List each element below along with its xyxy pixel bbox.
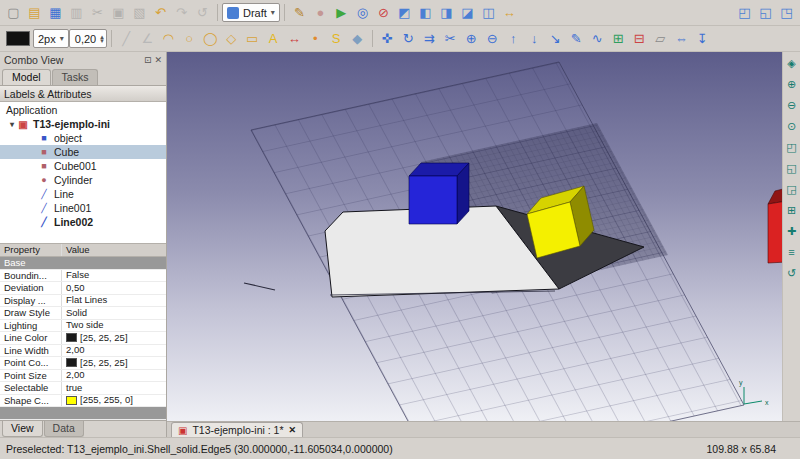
view-trimetric-icon[interactable]: ◳ [776,2,797,23]
draft-split-icon[interactable]: ⊖ [482,28,503,49]
view-right-icon[interactable]: ◪ [457,2,478,23]
draft-facebinder-icon[interactable]: ◆ [347,28,368,49]
view-axonometric-icon[interactable]: ◩ [394,2,415,23]
nav-cube-icon[interactable]: ◈ [784,55,800,71]
save-file-icon[interactable]: ▦ [45,2,66,23]
new-file-icon[interactable]: ▢ [3,2,24,23]
property-column-header[interactable]: Property [0,244,62,256]
draft-trimex-icon[interactable]: ✂ [440,28,461,49]
labels-attributes-header[interactable]: Labels & Attributes [0,86,166,102]
property-row[interactable]: Base [0,257,166,270]
draft-rectangle-icon[interactable]: ▭ [242,28,263,49]
draft-edit-icon[interactable]: ✎ [566,28,587,49]
fit-all-icon[interactable]: ◎ [352,2,373,23]
toggle-grid-icon[interactable]: ⊞ [784,202,800,218]
measure-distance-icon[interactable]: ↔ [499,2,520,23]
draft-join-icon[interactable]: ⊕ [461,28,482,49]
property-row[interactable]: Point Co...[25, 25, 25] [0,357,166,370]
line-width-combo[interactable]: 2px ▾ [33,29,69,48]
draft-rotate-icon[interactable]: ↻ [398,28,419,49]
scale-spinbox[interactable]: 0,20 ▴ ▾ [69,29,107,48]
property-row[interactable]: Shape C...[255, 255, 0] [0,395,166,408]
draft-stretch-icon[interactable]: ↧ [692,28,713,49]
float-panel-icon[interactable]: ⊡ [144,55,152,65]
property-row[interactable]: Display ...Flat Lines [0,295,166,308]
draft-mirror-icon[interactable]: ⇔ [671,28,692,49]
blue-cube[interactable] [409,163,469,224]
zoom-out-icon[interactable]: ⊖ [784,97,800,113]
draft-move-icon[interactable]: ✜ [377,28,398,49]
tree-item-cube001[interactable]: ■Cube001 [0,159,166,173]
value-column-header[interactable]: Value [62,244,166,256]
red-cube[interactable] [768,188,782,263]
property-row[interactable] [0,407,166,420]
fit-view-icon[interactable]: ⊙ [784,118,800,134]
close-panel-icon[interactable]: ✕ [154,55,162,65]
tab-data[interactable]: Data [44,421,84,437]
draft-line-icon[interactable]: ╱ [116,28,137,49]
draft-add-point-icon[interactable]: ⊞ [608,28,629,49]
3d-viewport[interactable]: y x [167,52,782,421]
draft-delete-point-icon[interactable]: ⊟ [629,28,650,49]
toggle-axis-icon[interactable]: ✚ [784,223,800,239]
draft-upgrade-icon[interactable]: ↑ [503,28,524,49]
property-row[interactable]: Line Color[25, 25, 25] [0,332,166,345]
copy-icon[interactable]: ▣ [108,2,129,23]
tree-item-line002[interactable]: ╱Line002 [0,215,166,229]
draft-polyline-icon[interactable]: ∠ [137,28,158,49]
tree-item-cube[interactable]: ■Cube [0,145,166,159]
property-row[interactable]: Draw StyleSolid [0,307,166,320]
draft-shape-2d-view-icon[interactable]: ▱ [650,28,671,49]
tree-item-root-document[interactable]: ▾ ▣ T13-ejemplo-ini [0,117,166,131]
view-rear-icon[interactable]: ◫ [478,2,499,23]
draft-circle-icon[interactable]: ○ [179,28,200,49]
red-cube-top-face[interactable] [768,188,782,204]
3d-scene[interactable]: y x [167,52,782,421]
view-right-mini-icon[interactable]: ◲ [784,181,800,197]
view-top-icon[interactable]: ◨ [436,2,457,23]
draft-wire-to-bspline-icon[interactable]: ∿ [587,28,608,49]
macro-play-icon[interactable]: ▶ [331,2,352,23]
paste-icon[interactable]: ▧ [129,2,150,23]
print-icon[interactable]: ▥ [66,2,87,23]
draft-ellipse-icon[interactable]: ◯ [200,28,221,49]
tree-item-application[interactable]: Application [0,103,166,117]
tree-item-line001[interactable]: ╱Line001 [0,201,166,215]
tab-model[interactable]: Model [2,69,51,85]
layers-icon[interactable]: ≡ [784,244,800,260]
draft-line-segment-1[interactable] [244,283,275,290]
expander-icon[interactable]: ▾ [10,120,14,129]
close-tab-icon[interactable]: ✕ [289,425,297,435]
red-cube-front-face[interactable] [768,201,782,263]
tree-item-line[interactable]: ╱Line [0,187,166,201]
edit-pen-icon[interactable]: ✎ [289,2,310,23]
draft-shapestring-icon[interactable]: S [326,28,347,49]
macro-record-icon[interactable]: ● [310,2,331,23]
draft-point-icon[interactable]: • [305,28,326,49]
draft-scale-icon[interactable]: ↘ [545,28,566,49]
draft-downgrade-icon[interactable]: ↓ [524,28,545,49]
draft-polygon-icon[interactable]: ◇ [221,28,242,49]
view-top-mini-icon[interactable]: ◰ [784,139,800,155]
blue-cube-front-face[interactable] [409,176,457,224]
property-row[interactable]: Selectabletrue [0,382,166,395]
view-front-icon[interactable]: ◧ [415,2,436,23]
property-row[interactable]: Boundin...False [0,270,166,283]
draft-dimension-icon[interactable]: ↔ [284,28,305,49]
draw-style-icon[interactable]: ⊘ [373,2,394,23]
tree-item-cylinder[interactable]: ●Cylinder [0,173,166,187]
property-row[interactable]: Line Width2,00 [0,345,166,358]
line-color-swatch[interactable] [6,31,30,46]
refresh-icon[interactable]: ↺ [192,2,213,23]
workbench-selector[interactable]: Draft ▾ [222,3,280,22]
document-tab[interactable]: ▣ T13-ejemplo-ini : 1* ✕ [171,422,303,437]
open-file-icon[interactable]: ▤ [24,2,45,23]
tab-tasks[interactable]: Tasks [52,69,99,85]
cut-icon[interactable]: ✂ [87,2,108,23]
tab-view[interactable]: View [2,421,43,437]
view-front-mini-icon[interactable]: ◱ [784,160,800,176]
property-row[interactable]: LightingTwo side [0,320,166,333]
zoom-in-icon[interactable]: ⊕ [784,76,800,92]
spin-down-icon[interactable]: ▾ [100,39,104,43]
sync-view-icon[interactable]: ↺ [784,265,800,281]
